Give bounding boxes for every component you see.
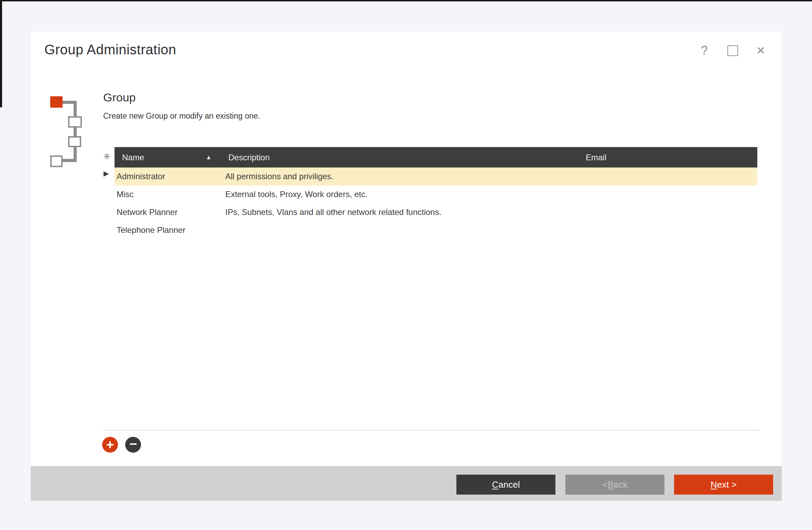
- table-header-row: Name ▲ Description Email: [115, 147, 757, 167]
- close-icon[interactable]: ✕: [755, 45, 767, 56]
- add-group-button[interactable]: +: [102, 437, 118, 453]
- dialog-title: Group Administration: [44, 42, 176, 57]
- window-frame-left: [0, 0, 2, 107]
- step-connector-top: [62, 101, 77, 104]
- toolbar-divider: [102, 430, 760, 430]
- step-1-active-icon: [50, 96, 63, 108]
- maximize-square-glyph: [727, 45, 738, 56]
- new-row-icon: ✳: [103, 151, 111, 162]
- cell-description: External tools, Proxy, Work orders, etc.: [224, 190, 581, 199]
- step-connector-bottom: [62, 159, 77, 162]
- step-3-icon: [68, 136, 81, 147]
- cell-description: All permissions and priviliges.: [224, 172, 581, 181]
- sort-ascending-icon[interactable]: ▲: [206, 154, 212, 161]
- back-button[interactable]: < Back: [565, 475, 664, 495]
- table-row[interactable]: Administrator All permissions and privil…: [115, 167, 757, 185]
- step-connector-vertical: [74, 101, 77, 162]
- cell-name: Administrator: [115, 172, 224, 181]
- selected-row-indicator-icon: ▶: [104, 169, 109, 177]
- dialog-footer: Cancel < Back Next >: [31, 466, 782, 501]
- table-row[interactable]: Network Planner IPs, Subnets, Vlans and …: [115, 203, 757, 221]
- step-4-icon: [50, 155, 63, 167]
- remove-group-button[interactable]: −: [125, 437, 141, 453]
- help-icon[interactable]: ?: [699, 45, 710, 56]
- minus-icon: −: [129, 437, 137, 451]
- screen: Group Administration ? ✕ Group Create ne…: [0, 0, 812, 530]
- plus-icon: +: [106, 438, 114, 451]
- groups-table: Name ▲ Description Email Administrator A…: [115, 147, 757, 239]
- cell-name: Misc: [115, 190, 224, 199]
- cell-description: IPs, Subnets, Vlans and all other networ…: [224, 207, 581, 217]
- page-subtitle: Create new Group or modify an existing o…: [103, 111, 260, 121]
- cancel-button[interactable]: Cancel: [456, 475, 555, 495]
- table-row[interactable]: Telephone Planner: [115, 221, 757, 239]
- page-title: Group: [103, 91, 136, 104]
- step-2-icon: [68, 116, 82, 128]
- window-controls: ? ✕: [699, 45, 767, 56]
- next-button[interactable]: Next >: [674, 475, 773, 495]
- cell-name: Network Planner: [115, 207, 224, 217]
- cell-name: Telephone Planner: [115, 225, 224, 235]
- column-header-name[interactable]: Name ▲: [115, 147, 224, 167]
- maximize-icon[interactable]: [727, 45, 738, 56]
- column-header-email[interactable]: Email: [581, 147, 757, 167]
- window-frame-top: [0, 0, 812, 1]
- group-administration-dialog: Group Administration ? ✕ Group Create ne…: [31, 32, 782, 501]
- column-header-description[interactable]: Description: [224, 147, 581, 167]
- table-row[interactable]: Misc External tools, Proxy, Work orders,…: [115, 185, 757, 203]
